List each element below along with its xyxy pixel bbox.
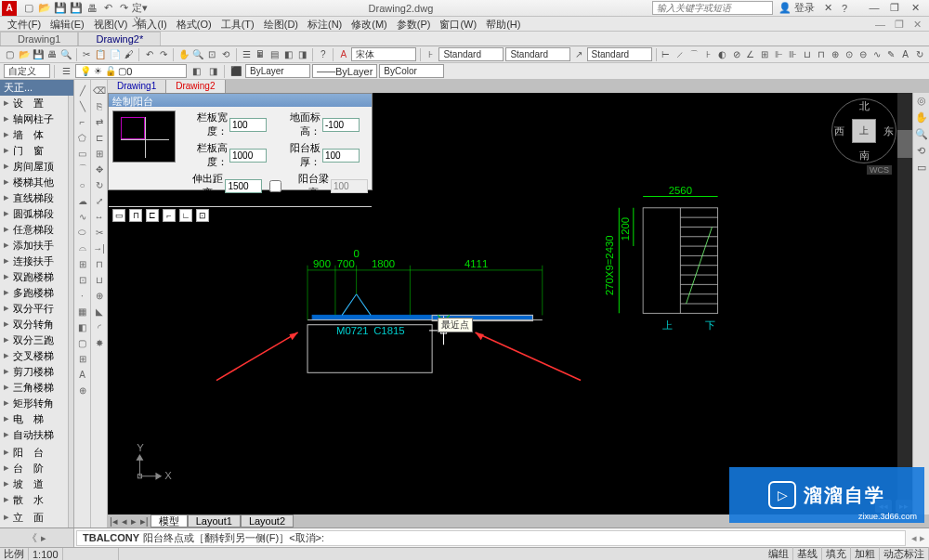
rotate-icon[interactable]: ↻ bbox=[92, 177, 107, 192]
table-icon[interactable]: ⊞ bbox=[75, 351, 90, 366]
dim-angular-icon[interactable]: ∠ bbox=[744, 47, 756, 62]
nav-zoom-icon[interactable]: 🔍 bbox=[914, 128, 929, 143]
tool-redo-icon[interactable]: ↷ bbox=[157, 47, 169, 62]
menu-dimension[interactable]: 标注(N) bbox=[304, 17, 346, 31]
gradient-icon[interactable]: ◧ bbox=[75, 319, 90, 334]
addselect-icon[interactable]: ⊕ bbox=[75, 383, 90, 397]
tool-properties-icon[interactable]: ☰ bbox=[241, 47, 253, 62]
tool-calc-icon[interactable]: 🖩 bbox=[255, 47, 267, 62]
dim-continue-icon[interactable]: ⊪ bbox=[787, 47, 799, 62]
tool-zoomwin-icon[interactable]: ⊡ bbox=[206, 47, 218, 62]
dlg-mode3-icon[interactable]: ⊏ bbox=[146, 209, 159, 222]
tangent-menu-item[interactable]: ▸连接扶手 bbox=[0, 254, 68, 269]
dlg-mode5-icon[interactable]: ∟ bbox=[179, 209, 192, 222]
search-input[interactable] bbox=[652, 1, 773, 15]
stretch-icon[interactable]: ↔ bbox=[92, 209, 107, 224]
tool-plot-icon[interactable]: 🖶 bbox=[46, 47, 58, 62]
status-fill[interactable]: 填充 bbox=[822, 547, 851, 560]
color-icon[interactable]: ⬛ bbox=[229, 64, 243, 79]
input-dmbh[interactable] bbox=[322, 118, 360, 132]
tangent-menu-item[interactable]: ▸双分三跑 bbox=[0, 332, 68, 348]
input-lbwidth[interactable] bbox=[229, 118, 267, 132]
nav-showmotion-icon[interactable]: ▭ bbox=[914, 162, 929, 176]
tool-tool1-icon[interactable]: ◧ bbox=[282, 47, 294, 62]
login-button[interactable]: 👤 登录 bbox=[779, 1, 815, 15]
move-icon[interactable]: ✥ bbox=[92, 162, 107, 176]
tangent-menu-item[interactable]: ▸房间屋顶 bbox=[0, 159, 68, 175]
block-icon[interactable]: ⊡ bbox=[75, 272, 90, 287]
dim-edit-icon[interactable]: ✎ bbox=[885, 47, 897, 62]
tool-copy-icon[interactable]: 📋 bbox=[95, 47, 107, 62]
dim-tedit-icon[interactable]: A bbox=[899, 47, 911, 62]
dlg-mode2-icon[interactable]: ⊓ bbox=[129, 209, 142, 222]
file-tab-1[interactable]: Drawing1 bbox=[108, 80, 166, 93]
tool-sheet-icon[interactable]: ▤ bbox=[268, 47, 281, 62]
fillet-icon[interactable]: ◜ bbox=[92, 319, 107, 334]
tangent-menu-item[interactable]: ▸自动扶梯 bbox=[0, 427, 68, 443]
hatch-icon[interactable]: ▦ bbox=[75, 304, 90, 319]
input-shenchu[interactable] bbox=[225, 179, 262, 193]
tool-help-icon[interactable]: ? bbox=[317, 47, 329, 62]
doc-minimize-icon[interactable]: — bbox=[871, 17, 889, 31]
dim-arc-icon[interactable]: ⌒ bbox=[688, 47, 700, 62]
dim-diameter-icon[interactable]: ⊘ bbox=[730, 47, 742, 62]
mirror-icon[interactable]: ⇄ bbox=[92, 114, 107, 129]
qat-redo-icon[interactable]: ↷ bbox=[117, 2, 130, 15]
chamfer-icon[interactable]: ◣ bbox=[92, 304, 107, 319]
point-icon[interactable]: · bbox=[75, 288, 90, 303]
tangent-menu-item[interactable]: ▸剪刀楼梯 bbox=[0, 364, 68, 380]
tangent-menu-item[interactable]: ▸立 面 bbox=[0, 510, 68, 526]
menu-view[interactable]: 视图(V) bbox=[90, 17, 132, 31]
linetype-combo[interactable]: —— ByLayer bbox=[312, 64, 377, 78]
dim-baseline-icon[interactable]: ⊩ bbox=[773, 47, 785, 62]
qat-new-icon[interactable]: ▢ bbox=[22, 2, 35, 15]
tangent-menu-item[interactable]: ▸矩形转角 bbox=[0, 396, 68, 411]
tangent-menu-item[interactable]: ▸散 水 bbox=[0, 492, 68, 508]
layout-tab-model[interactable]: 模型 bbox=[150, 514, 188, 527]
xline-icon[interactable]: ╲ bbox=[75, 98, 90, 113]
layout-prev-icon[interactable]: ◂ bbox=[120, 515, 129, 527]
offset-icon[interactable]: ⊏ bbox=[92, 130, 107, 145]
insert-icon[interactable]: ⊞ bbox=[75, 256, 90, 271]
nav-wheel-icon[interactable]: ◎ bbox=[914, 95, 929, 110]
canvas-scrollbar[interactable] bbox=[897, 93, 912, 514]
ellipsearc-icon[interactable]: ⌓ bbox=[75, 241, 90, 255]
layout-tab-1[interactable]: Layout1 bbox=[188, 514, 241, 527]
tool-cut-icon[interactable]: ✂ bbox=[81, 47, 93, 62]
dim-space-icon[interactable]: ⊔ bbox=[801, 47, 813, 62]
copy-icon[interactable]: ⎘ bbox=[92, 98, 107, 113]
menu-help[interactable]: 帮助(H) bbox=[482, 17, 524, 31]
doc-tab-1[interactable]: Drawing1 bbox=[0, 32, 78, 46]
tangent-menu-item[interactable]: ▸电 梯 bbox=[0, 411, 68, 427]
tool-pan-icon[interactable]: ✋ bbox=[177, 47, 190, 62]
tablestyle-combo[interactable]: Standard bbox=[505, 47, 570, 61]
status-scale[interactable]: 1:100 bbox=[29, 548, 63, 560]
dim-update-icon[interactable]: ↻ bbox=[913, 47, 925, 62]
dim-break-icon[interactable]: ⊓ bbox=[815, 47, 827, 62]
polygon-icon[interactable]: ⬠ bbox=[75, 130, 90, 145]
tangent-menu-item[interactable]: ▸双分转角 bbox=[0, 317, 68, 332]
tangent-menu-item[interactable]: ▸墙 体 bbox=[0, 127, 68, 143]
menu-tools[interactable]: 工具(T) bbox=[217, 17, 258, 31]
restore-button[interactable]: ❐ bbox=[886, 2, 903, 14]
tool-save-icon[interactable]: 💾 bbox=[32, 47, 44, 62]
extend-icon[interactable]: →| bbox=[92, 241, 107, 255]
close-button[interactable]: ✕ bbox=[907, 2, 923, 14]
tool-open-icon[interactable]: 📂 bbox=[18, 47, 30, 62]
dim-center-icon[interactable]: ⊙ bbox=[843, 47, 855, 62]
dim-linear-icon[interactable]: ⊢ bbox=[660, 47, 672, 62]
region-icon[interactable]: ▢ bbox=[75, 335, 90, 350]
qat-open-icon[interactable]: 📂 bbox=[38, 2, 51, 15]
tangent-menu-item[interactable]: ▸添加扶手 bbox=[0, 238, 68, 254]
ellipse-icon[interactable]: ⬭ bbox=[75, 225, 90, 240]
nav-orbit-icon[interactable]: ⟲ bbox=[914, 145, 929, 160]
tool-zoomprev-icon[interactable]: ⟲ bbox=[220, 47, 232, 62]
array-icon[interactable]: ⊞ bbox=[92, 146, 107, 161]
tool-paste-icon[interactable]: 📄 bbox=[109, 47, 121, 62]
tool-match-icon[interactable]: 🖌 bbox=[123, 47, 135, 62]
explode-icon[interactable]: ✸ bbox=[92, 335, 107, 350]
dimstyle-combo[interactable]: Standard bbox=[438, 47, 504, 61]
menu-window[interactable]: 窗口(W) bbox=[436, 17, 480, 31]
tangent-menu-item[interactable]: ▸任意梯段 bbox=[0, 222, 68, 238]
doc-restore-icon[interactable]: ❐ bbox=[891, 17, 908, 31]
